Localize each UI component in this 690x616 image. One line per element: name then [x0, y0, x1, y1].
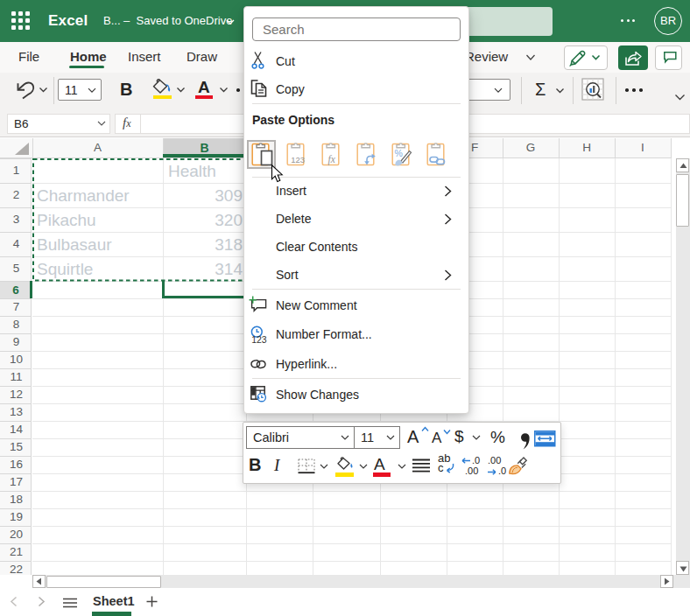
svg-text:%: % [394, 148, 402, 158]
svg-text:fx: fx [327, 154, 335, 165]
svg-text:123: 123 [251, 334, 267, 345]
svg-text:123: 123 [291, 155, 305, 164]
